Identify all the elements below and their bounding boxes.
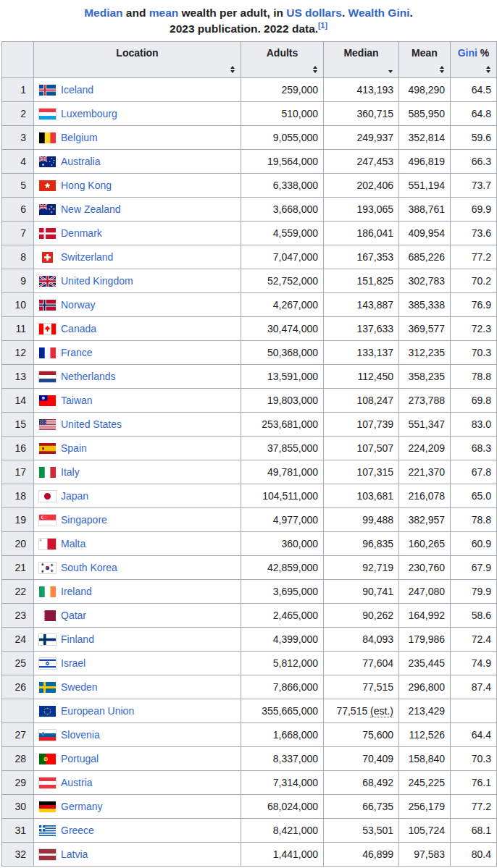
country-link[interactable]: Singapore <box>61 514 107 526</box>
gini-cell: 76.9 <box>451 292 497 316</box>
country-link[interactable]: Finland <box>61 633 94 645</box>
country-link[interactable]: Norway <box>61 299 95 311</box>
median-cell: 133,137 <box>324 340 399 364</box>
link-median[interactable]: Median <box>84 7 122 19</box>
country-link[interactable]: Latvia <box>61 848 88 860</box>
rank-cell: 3 <box>2 125 34 149</box>
country-link[interactable]: United States <box>61 418 122 430</box>
header-label: Location <box>116 47 158 59</box>
country-link[interactable]: Sweden <box>61 681 98 693</box>
country-cell: Italy <box>34 460 241 484</box>
rank-cell: 13 <box>2 364 34 388</box>
column-header-adults[interactable]: Adults <box>241 41 324 77</box>
median-cell: 46,899 <box>324 842 399 866</box>
country-link[interactable]: Japan <box>61 490 88 502</box>
flag-icon-israel <box>39 658 56 669</box>
flag-icon-singapore <box>39 515 56 526</box>
flag-icon-australia <box>39 156 56 167</box>
country-link[interactable]: South Korea <box>61 562 117 573</box>
country-link[interactable]: Qatar <box>61 610 86 621</box>
column-header-mean[interactable]: Mean <box>399 41 451 77</box>
rank-cell: 29 <box>2 770 34 794</box>
rank-cell: 17 <box>2 460 34 484</box>
country-link[interactable]: Hong Kong <box>61 180 112 191</box>
country-cell: European Union <box>34 699 241 722</box>
flag-icon-germany <box>39 801 56 812</box>
adults-cell: 49,781,000 <box>241 460 324 484</box>
country-link[interactable]: Spain <box>61 442 87 454</box>
flag-icon-taiwan <box>39 395 56 406</box>
estimate-note: (est.) <box>370 705 393 717</box>
gini-cell: 68.3 <box>451 436 497 460</box>
country-link[interactable]: France <box>61 347 93 358</box>
median-cell: 90,262 <box>324 603 399 627</box>
link-wealth-gini[interactable]: Wealth Gini <box>348 7 410 19</box>
median-cell: 143,887 <box>324 292 399 316</box>
country-link[interactable]: United Kingdom <box>61 275 133 287</box>
country-link[interactable]: Slovenia <box>61 729 100 741</box>
median-cell: 167,353 <box>324 245 399 269</box>
median-cell: 413,193 <box>324 77 399 101</box>
gini-cell: 64.5 <box>451 77 497 101</box>
country-cell: Greece <box>34 818 241 842</box>
adults-cell: 253,681,000 <box>241 412 324 436</box>
column-header-location[interactable]: Location <box>34 41 241 77</box>
gini-link[interactable]: Gini <box>458 47 477 59</box>
rank-cell: 20 <box>2 531 34 555</box>
country-link[interactable]: Netherlands <box>61 371 116 382</box>
adults-cell: 5,812,000 <box>241 651 324 675</box>
adults-cell: 4,559,000 <box>241 221 324 245</box>
rank-cell: 25 <box>2 651 34 675</box>
table-row: 10Norway4,267,000143,887385,33876.9 <box>2 292 497 316</box>
country-link[interactable]: European Union <box>61 705 134 717</box>
table-row: 13Netherlands13,591,000112,450358,23578.… <box>2 364 497 388</box>
country-link[interactable]: Belgium <box>61 132 98 143</box>
country-cell: Germany <box>34 794 241 818</box>
country-cell: Ireland <box>34 579 241 603</box>
mean-cell: 358,235 <box>399 364 451 388</box>
reference-1[interactable]: [1] <box>318 21 327 30</box>
country-link[interactable]: Portugal <box>61 753 99 764</box>
rank-cell: 23 <box>2 603 34 627</box>
country-link[interactable]: Italy <box>61 466 80 478</box>
country-link[interactable]: Iceland <box>61 84 93 96</box>
table-row: 1Iceland259,000413,193498,29064.5 <box>2 77 497 101</box>
country-link[interactable]: Germany <box>61 801 103 812</box>
country-link[interactable]: Switzerland <box>61 251 113 263</box>
adults-cell: 8,421,000 <box>241 818 324 842</box>
gini-cell: 83.0 <box>451 412 497 436</box>
mean-cell: 213,429 <box>399 699 451 722</box>
country-link[interactable]: Malta <box>61 538 85 549</box>
table-row: 4Australia19,564,000247,453496,81966.3 <box>2 149 497 173</box>
column-header-gini[interactable]: Gini % <box>451 41 497 77</box>
median-cell: 107,739 <box>324 412 399 436</box>
mean-cell: 160,265 <box>399 531 451 555</box>
gini-cell: 70.3 <box>451 746 497 770</box>
rank-cell: 10 <box>2 292 34 316</box>
country-link[interactable]: Canada <box>61 323 96 334</box>
country-link[interactable]: Ireland <box>61 586 92 597</box>
gini-cell: 78.8 <box>451 364 497 388</box>
flag-icon-iceland <box>39 85 56 96</box>
header-label: Mean <box>412 47 438 59</box>
country-link[interactable]: New Zealand <box>61 203 121 215</box>
country-link[interactable]: Denmark <box>61 227 102 239</box>
rank-cell: 7 <box>2 221 34 245</box>
country-link[interactable]: Israel <box>61 657 85 669</box>
table-row: 23Qatar2,465,00090,262164,99258.6 <box>2 603 497 627</box>
link-us-dollars[interactable]: US dollars <box>286 7 342 19</box>
country-link[interactable]: Austria <box>61 777 93 788</box>
country-link[interactable]: Greece <box>61 825 94 836</box>
link-mean[interactable]: mean <box>149 7 179 19</box>
median-cell: 108,247 <box>324 388 399 412</box>
mean-cell: 369,577 <box>399 316 451 340</box>
mean-cell: 97,583 <box>399 842 451 866</box>
rank-cell <box>2 699 34 722</box>
gini-cell: 70.2 <box>451 269 497 292</box>
country-link[interactable]: Luxembourg <box>61 108 117 119</box>
column-header-median[interactable]: Median <box>324 41 399 77</box>
country-link[interactable]: Taiwan <box>61 395 93 406</box>
country-cell: New Zealand <box>34 197 241 221</box>
country-link[interactable]: Australia <box>61 156 100 167</box>
rank-cell: 31 <box>2 818 34 842</box>
